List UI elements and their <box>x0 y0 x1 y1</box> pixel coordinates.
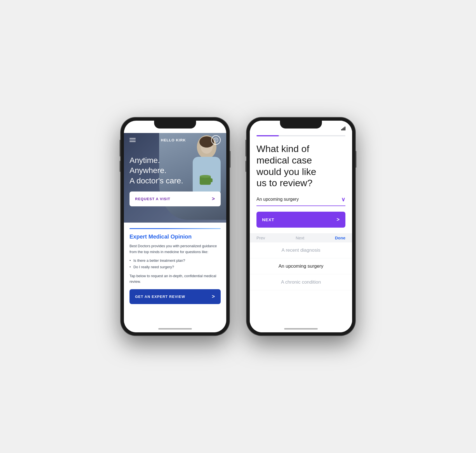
option-label-1: A recent diagnosis <box>282 247 321 253</box>
option-chronic-condition[interactable]: A chronic condition <box>250 274 352 290</box>
dropdown-list: A recent diagnosis An upcoming surgery A… <box>250 242 352 332</box>
phone1-content: HELLO KIRK Anytime. Anywhere. <box>124 133 226 332</box>
menu-icon[interactable] <box>129 137 136 143</box>
hero-text: Anytime. Anywhere. A doctor's care. <box>124 147 226 192</box>
hero-section: HELLO KIRK Anytime. Anywhere. <box>124 133 226 223</box>
app-title: HELLO KIRK <box>161 138 186 142</box>
vol-up-button <box>120 145 121 157</box>
toolbar-next-button[interactable]: Next <box>296 235 304 240</box>
request-visit-button[interactable]: REQUEST A VISIT > <box>129 192 221 206</box>
option-label-3: A chronic condition <box>281 279 321 285</box>
section-body-2: Tap below to request an in-depth, confid… <box>129 273 221 285</box>
option-recent-diagnosis[interactable]: A recent diagnosis <box>250 242 352 258</box>
case-type-dropdown[interactable]: An upcoming surgery ∨ <box>256 193 345 206</box>
phone-2: What kind of medical case would you like… <box>246 117 355 336</box>
chevron-down-icon: ∨ <box>341 196 345 203</box>
notch-2 <box>280 121 322 129</box>
phone-1: 11:37 LTE ▓ <box>121 117 230 336</box>
battery-icon: ▓ <box>217 127 220 130</box>
request-visit-label: REQUEST A VISIT <box>135 197 170 201</box>
side-button <box>230 151 230 168</box>
phone2-content: What kind of medical case would you like… <box>250 121 352 332</box>
phones-container: 11:37 LTE ▓ <box>121 117 355 336</box>
phone-2-screen: What kind of medical case would you like… <box>250 121 352 332</box>
section-title: Expert Medical Opinion <box>129 233 221 240</box>
status-icons-2 <box>341 127 345 130</box>
hero-heading: Anytime. Anywhere. A doctor's care. <box>129 155 221 186</box>
signal-icon-2 <box>341 127 345 130</box>
section-divider <box>129 228 221 229</box>
bullet-item-1: Is there a better treatment plan? <box>129 258 221 263</box>
vol-down-button-2 <box>246 161 246 172</box>
prev-button[interactable]: Prev <box>256 235 265 240</box>
network-label: LTE <box>210 127 216 130</box>
done-button[interactable]: Done <box>335 235 346 240</box>
section-body-1: Best Doctors provides you with personali… <box>129 243 221 255</box>
progress-bar-container <box>250 133 352 136</box>
side-button-2 <box>355 151 356 168</box>
hero-nav: HELLO KIRK <box>124 133 226 147</box>
expert-review-arrow: > <box>212 294 215 300</box>
vol-down-button <box>120 161 121 172</box>
status-icons-1: LTE ▓ <box>204 127 220 130</box>
request-visit-arrow: > <box>212 196 215 202</box>
expert-review-label: GET AN EXPERT REVIEW <box>135 295 185 299</box>
option-upcoming-surgery[interactable]: An upcoming surgery <box>250 258 352 274</box>
home-bar-1 <box>158 328 192 330</box>
signal-icon <box>204 127 208 130</box>
question-area: What kind of medical case would you like… <box>250 136 352 193</box>
vol-up-button-2 <box>246 145 246 157</box>
content-section: Expert Medical Opinion Best Doctors prov… <box>124 223 226 332</box>
bullet-item-2: Do I really need surgery? <box>129 264 221 270</box>
bullet-list: Is there a better treatment plan? Do I r… <box>129 258 221 270</box>
question-text: What kind of medical case would you like… <box>256 143 345 189</box>
next-arrow: > <box>336 217 340 223</box>
toolbar-row: Prev Next Done <box>250 233 352 242</box>
next-button[interactable]: NEXT > <box>256 212 345 228</box>
home-bar-2 <box>284 328 318 330</box>
dropdown-area: An upcoming surgery ∨ <box>250 193 352 206</box>
notch-1 <box>154 121 196 129</box>
chat-icon[interactable] <box>211 135 221 145</box>
time-display-1: 11:37 <box>131 126 141 131</box>
option-label-2: An upcoming surgery <box>279 263 324 269</box>
phone-1-screen: 11:37 LTE ▓ <box>124 121 226 332</box>
dropdown-selected-value: An upcoming surgery <box>256 197 299 202</box>
get-expert-review-button[interactable]: GET AN EXPERT REVIEW > <box>129 289 221 304</box>
next-label: NEXT <box>262 217 274 222</box>
